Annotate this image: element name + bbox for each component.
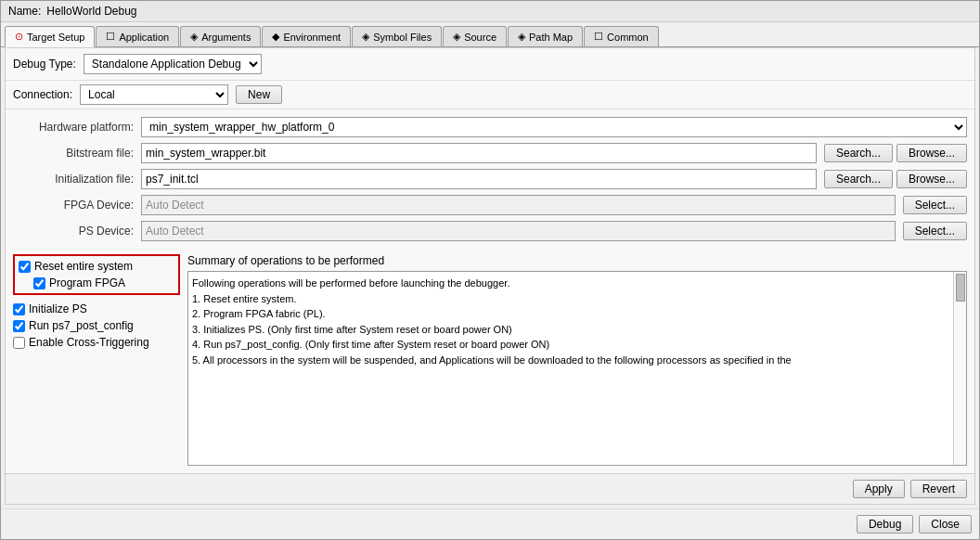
enable-cross-triggering-label: Enable Cross-Triggering — [29, 336, 149, 349]
lower-section: Reset entire system Program FPGA Initial… — [13, 254, 967, 466]
form-area: Hardware platform: min_system_wrapper_hw… — [6, 109, 974, 473]
program-fpga-row: Program FPGA — [19, 276, 174, 289]
summary-line-5: 5. All processors in the system will be … — [192, 353, 951, 368]
source-icon: ◈ — [453, 31, 460, 43]
new-button[interactable]: New — [236, 85, 282, 104]
connection-label: Connection: — [13, 88, 72, 101]
target-setup-icon: ⊙ — [15, 31, 23, 43]
ps-device-input — [141, 221, 896, 241]
action-buttons: Apply Revert — [6, 473, 974, 504]
symbol-files-icon: ◈ — [362, 31, 369, 43]
bitstream-browse-button[interactable]: Browse... — [896, 144, 967, 162]
tab-target-setup-label: Target Setup — [27, 32, 84, 43]
initialize-ps-checkbox[interactable] — [13, 303, 25, 315]
tab-environment[interactable]: ◆ Environment — [262, 26, 351, 46]
initialization-file-buttons: Search... Browse... — [824, 170, 967, 188]
tab-arguments[interactable]: ◈ Arguments — [180, 26, 261, 46]
tab-common[interactable]: ☐ Common — [584, 26, 659, 46]
ps-device-label: PS Device: — [13, 225, 134, 238]
arguments-icon: ◈ — [190, 31, 198, 43]
enable-cross-triggering-checkbox[interactable] — [13, 337, 25, 349]
initialize-ps-row: Initialize PS — [13, 302, 180, 315]
title-bar: Name: HelloWorld Debug — [1, 1, 979, 22]
summary-scrollbar-thumb[interactable] — [956, 274, 965, 302]
title-label: Name: — [8, 5, 41, 18]
summary-box: Following operations will be performed b… — [187, 271, 967, 466]
debug-type-label: Debug Type: — [13, 58, 76, 71]
reset-system-checkbox[interactable] — [19, 261, 31, 273]
summary-content: Following operations will be performed b… — [192, 276, 962, 367]
debug-type-row: Debug Type: Standalone Application Debug — [6, 48, 974, 81]
initialize-ps-label: Initialize PS — [29, 302, 87, 315]
tab-symbol-files[interactable]: ◈ Symbol Files — [352, 26, 442, 46]
summary-line-1: 1. Reset entire system. — [192, 291, 951, 307]
fpga-device-row: FPGA Device: Select... — [13, 195, 967, 215]
environment-icon: ◆ — [272, 31, 279, 43]
ps-device-buttons: Select... — [903, 222, 967, 240]
tab-application[interactable]: ☐ Application — [96, 26, 179, 46]
program-fpga-label: Program FPGA — [49, 276, 125, 289]
fpga-device-input — [141, 195, 896, 215]
tab-path-map-label: Path Map — [529, 32, 573, 43]
enable-cross-triggering-row: Enable Cross-Triggering — [13, 336, 180, 349]
tab-source[interactable]: ◈ Source — [443, 26, 507, 46]
common-icon: ☐ — [594, 31, 603, 43]
ps-select-button[interactable]: Select... — [903, 222, 967, 240]
fpga-device-buttons: Select... — [903, 196, 967, 214]
path-map-icon: ◈ — [518, 31, 525, 43]
bitstream-file-buttons: Search... Browse... — [824, 144, 967, 162]
summary-section: Summary of operations to be performed Fo… — [187, 254, 967, 466]
tab-target-setup[interactable]: ⊙ Target Setup — [5, 26, 95, 47]
initialization-file-input[interactable] — [141, 169, 817, 189]
initialization-file-row: Initialization file: Search... Browse... — [13, 169, 967, 189]
run-ps7-label: Run ps7_post_config — [29, 319, 134, 332]
summary-title: Summary of operations to be performed — [187, 254, 967, 267]
tab-common-label: Common — [607, 32, 649, 43]
bitstream-file-row: Bitstream file: Search... Browse... — [13, 143, 967, 163]
summary-line-0: Following operations will be performed b… — [192, 276, 951, 291]
hardware-platform-select[interactable]: min_system_wrapper_hw_platform_0 — [141, 117, 967, 137]
fpga-device-label: FPGA Device: — [13, 199, 134, 212]
run-ps7-row: Run ps7_post_config — [13, 319, 180, 332]
init-browse-button[interactable]: Browse... — [896, 170, 967, 188]
debug-type-select[interactable]: Standalone Application Debug — [84, 54, 262, 74]
revert-button[interactable]: Revert — [910, 480, 967, 498]
summary-line-3: 3. Initializes PS. (Only first time afte… — [192, 322, 951, 338]
highlighted-checkboxes: Reset entire system Program FPGA — [13, 254, 180, 295]
connection-row: Connection: Local New — [6, 81, 974, 109]
summary-line-4: 4. Run ps7_post_config. (Only first time… — [192, 337, 951, 353]
tab-environment-label: Environment — [283, 32, 341, 43]
program-fpga-checkbox[interactable] — [33, 277, 45, 289]
tab-path-map[interactable]: ◈ Path Map — [508, 26, 583, 46]
debug-button[interactable]: Debug — [857, 515, 913, 534]
connection-select[interactable]: Local — [80, 84, 228, 105]
main-panel: Debug Type: Standalone Application Debug… — [5, 47, 975, 505]
bitstream-file-input[interactable] — [141, 143, 817, 163]
tabs-bar: ⊙ Target Setup ☐ Application ◈ Arguments… — [1, 22, 979, 47]
apply-button[interactable]: Apply — [853, 480, 905, 498]
ps-device-row: PS Device: Select... — [13, 221, 967, 241]
tab-application-label: Application — [119, 32, 169, 43]
left-checkboxes: Reset entire system Program FPGA Initial… — [13, 254, 180, 466]
hardware-platform-row: Hardware platform: min_system_wrapper_hw… — [13, 117, 967, 137]
reset-system-label: Reset entire system — [34, 260, 133, 273]
bitstream-file-label: Bitstream file: — [13, 147, 134, 160]
tab-arguments-label: Arguments — [201, 32, 251, 43]
hardware-platform-label: Hardware platform: — [13, 121, 134, 134]
title-value: HelloWorld Debug — [46, 5, 136, 18]
close-button[interactable]: Close — [919, 515, 972, 534]
summary-line-2: 2. Program FPGA fabric (PL). — [192, 306, 951, 322]
main-dialog: Name: HelloWorld Debug ⊙ Target Setup ☐ … — [0, 0, 980, 540]
bottom-buttons: Debug Close — [1, 508, 979, 539]
reset-system-row: Reset entire system — [19, 260, 174, 273]
application-icon: ☐ — [106, 31, 115, 43]
fpga-select-button[interactable]: Select... — [903, 196, 967, 214]
init-search-button[interactable]: Search... — [824, 170, 893, 188]
summary-scrollbar-track[interactable] — [953, 272, 966, 465]
run-ps7-checkbox[interactable] — [13, 320, 25, 332]
tab-symbol-files-label: Symbol Files — [373, 32, 432, 43]
initialization-file-label: Initialization file: — [13, 173, 134, 186]
bitstream-search-button[interactable]: Search... — [824, 144, 893, 162]
tab-source-label: Source — [464, 32, 496, 43]
